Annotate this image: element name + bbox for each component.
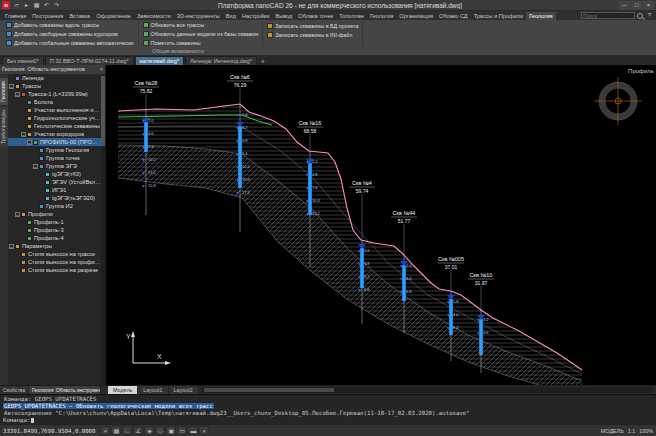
layout-tab-layout1[interactable]: Layout1	[138, 386, 168, 394]
tree-item[interactable]: −Профили	[8, 210, 101, 218]
drawing-svg[interactable]: Скв №2875.822.04.67.410.213.015.8Скв №67…	[106, 65, 656, 385]
maximize-button[interactable]: □	[631, 1, 642, 10]
tree-expand-toggle[interactable]: −	[33, 164, 38, 169]
menu-tab-3d-инструменты[interactable]: 3D-инструменты	[174, 12, 223, 20]
menu-tab-геология[interactable]: Геология	[367, 12, 396, 20]
ribbon-button[interactable]: Добавить глобальные скважины автоматичес…	[6, 38, 134, 47]
menu-tab-построения[interactable]: Построения	[29, 12, 66, 20]
redo-icon[interactable]: ↷	[52, 1, 61, 10]
open-icon[interactable]: ▸	[22, 1, 31, 10]
search-input[interactable]	[581, 12, 635, 19]
tree-item[interactable]: ЭГЭV (УстойВклад)	[8, 178, 101, 186]
qp-toggle[interactable]: ◐	[199, 426, 209, 435]
palette-close-icon[interactable]: ×	[100, 65, 103, 74]
tree-item[interactable]: −ПРОФИЛЬ-00 (ПРОФИЛЬ+ММ)	[8, 138, 101, 146]
ribbon-button[interactable]: Обновить данные модели из базы скважин	[143, 30, 259, 39]
menu-tab-зависимости[interactable]: Зависимости	[134, 12, 174, 20]
undo-icon[interactable]: ↶	[42, 1, 51, 10]
tree-item[interactable]: Группа точек	[8, 154, 101, 162]
tree-item[interactable]: −Трассы	[8, 82, 101, 90]
tree-expand-toggle[interactable]: −	[15, 92, 20, 97]
tree-item[interactable]: Участки выполнения изысканий	[8, 106, 101, 114]
new-icon[interactable]: ▱	[12, 1, 21, 10]
layout-tab-модель[interactable]: Модель	[108, 386, 138, 394]
grid-toggle[interactable]: ▦	[111, 426, 121, 435]
menu-tab-главная[interactable]: Главная	[2, 12, 29, 20]
tree-expand-toggle[interactable]: −	[9, 244, 14, 249]
tree-item[interactable]: Профиль-3	[8, 226, 101, 234]
tree-item[interactable]: Стили выносок на разрезе	[8, 266, 101, 274]
otrack-toggle[interactable]: ◇	[155, 426, 165, 435]
tree-item[interactable]: Профиль-1	[8, 218, 101, 226]
dyn-toggle[interactable]: ▭	[177, 426, 187, 435]
tree-item[interactable]: ИГЭ1	[8, 186, 101, 194]
tree-item[interactable]: Гидрогеологические участки	[8, 114, 101, 122]
document-tab[interactable]: натягивай.dwg*	[135, 56, 184, 65]
help-icon[interactable]: ?	[645, 11, 654, 20]
snap-toggle[interactable]: ⌖	[100, 426, 110, 435]
status-indicator-2[interactable]: 100%	[639, 428, 653, 434]
scrollbar-thumb[interactable]	[101, 76, 105, 146]
lwt-toggle[interactable]: ▬	[188, 426, 198, 435]
status-indicator-0[interactable]: МОДЕЛЬ	[601, 428, 624, 434]
tree-item[interactable]: Стили выносок на профиле	[8, 258, 101, 266]
tree-item[interactable]: Болота	[8, 98, 101, 106]
ortho-toggle[interactable]: ∟	[122, 426, 132, 435]
menu-tab-облако-сд[interactable]: Облако СД	[436, 12, 471, 20]
close-button[interactable]: ×	[643, 1, 654, 10]
ribbon-button[interactable]: Добавить свободные скважины курсором	[6, 30, 134, 39]
tree-item[interactable]: Группа И2	[8, 202, 101, 210]
tree-expand-toggle[interactable]: −	[9, 84, 14, 89]
command-prompt-row[interactable]: Команда:	[3, 417, 653, 424]
tree-item[interactable]: Группа Геология	[8, 146, 101, 154]
tree-scrollbar[interactable]	[101, 74, 105, 385]
menu-tab-оформление[interactable]: Оформление	[93, 12, 134, 20]
ducs-toggle[interactable]: ▣	[166, 426, 176, 435]
horizontal-scrollbar[interactable]	[202, 387, 653, 393]
osnap-toggle[interactable]: ◈	[144, 426, 154, 435]
menu-tab-облака-точек[interactable]: Облака точек	[295, 12, 336, 20]
menu-tab-топоплан[interactable]: Топоплан	[336, 12, 367, 20]
document-tab[interactable]: Легенда: Интенход.dwg*	[185, 56, 257, 65]
tree-expand-toggle[interactable]: −	[21, 132, 26, 137]
navigation-compass-icon[interactable]	[594, 77, 642, 125]
document-tab[interactable]: Без имени0*	[2, 56, 44, 65]
menu-tab-организация[interactable]: Организация	[396, 12, 436, 20]
panel-tab[interactable]: Геология: Область инструментов	[29, 386, 101, 394]
tree-expand-toggle[interactable]: −	[15, 212, 20, 217]
panel-tab[interactable]: Свойства	[0, 386, 29, 394]
minimize-button[interactable]: ─	[619, 1, 630, 10]
tree-item[interactable]: Профиль-4	[8, 234, 101, 242]
save-icon[interactable]: ▦	[32, 1, 41, 10]
ribbon-button[interactable]: Записать скважины в БД проекта	[267, 21, 358, 30]
tree-item[interactable]: Легенда	[8, 74, 101, 82]
ribbon-button[interactable]: Пометить скважины	[143, 38, 259, 47]
drawing-canvas[interactable]: Скв №2875.822.04.67.410.213.015.8Скв №67…	[106, 65, 656, 385]
menu-tab-вывод[interactable]: Вывод	[272, 12, 295, 20]
tree-item[interactable]: −Группа ЭГЭ	[8, 162, 101, 170]
menu-tab-трассы-и-профили[interactable]: Трассы и Профили	[471, 12, 527, 20]
status-indicator-1[interactable]: 1:1	[628, 428, 636, 434]
tree-item[interactable]: −Параметры	[8, 242, 101, 250]
tree-item[interactable]: tgЭГЭ(тб3)	[8, 170, 101, 178]
palette-tab-1[interactable]: Трубопроводы	[0, 107, 8, 147]
tree-item[interactable]: −Участки коридоров	[8, 130, 101, 138]
ribbon-button[interactable]: Записать скважины в INI-файл	[267, 30, 358, 39]
menu-tab-настройки[interactable]: Настройки	[239, 12, 272, 20]
polar-toggle[interactable]: ∠	[133, 426, 143, 435]
search-icon[interactable]	[637, 13, 643, 19]
palette-tab-0[interactable]: Геология	[0, 78, 8, 105]
tree-item[interactable]: Геологические скважины	[8, 122, 101, 130]
tree-item[interactable]: Стили выносок на трассе	[8, 250, 101, 258]
ribbon-button[interactable]: Обновить все трассы	[143, 21, 259, 30]
scrollbar-thumb[interactable]	[204, 388, 334, 392]
command-line[interactable]: Команда: GEOPS_UPDATETRACESGEOPS_UPDATET…	[0, 394, 656, 424]
tree-item[interactable]: tgЭГЭ(тьЭГЭ20)	[8, 194, 101, 202]
menu-tab-вид[interactable]: Вид	[223, 12, 239, 20]
tree-item[interactable]: −Трасса-1 (L=3399.99м)	[8, 90, 101, 98]
menu-tab-вставка[interactable]: Вставка	[66, 12, 93, 20]
document-tab[interactable]: П 32.ВВО-Т-ЛРМ-0274-11.dwg*	[45, 56, 134, 65]
menu-tab-геология[interactable]: Геология	[526, 12, 555, 20]
ribbon-button[interactable]: Добавить скважины вдоль трассы	[6, 21, 134, 30]
tree-expand-toggle[interactable]: −	[27, 140, 32, 145]
